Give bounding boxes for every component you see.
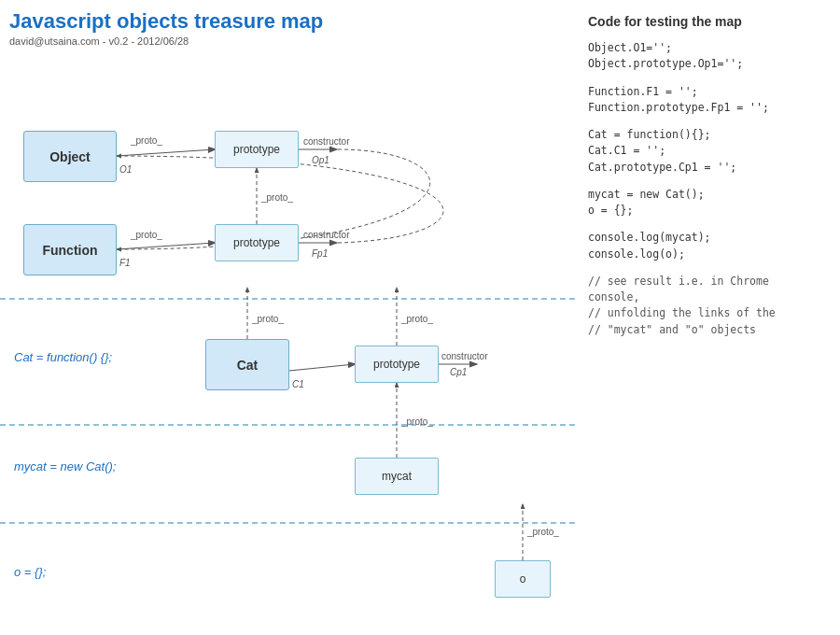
- code-title: Code for testing the map: [588, 14, 826, 29]
- object-box: Object: [23, 131, 117, 182]
- o-section-label: o = {};: [14, 565, 46, 579]
- svg-text:_proto_: _proto_: [130, 135, 162, 146]
- cat-prototype-box: prototype: [355, 346, 439, 383]
- svg-text:O1: O1: [119, 164, 132, 175]
- svg-text:Cp1: Cp1: [450, 367, 467, 377]
- svg-text:_proto_: _proto_: [260, 192, 293, 203]
- code-line: Object.O1='';: [588, 40, 826, 56]
- svg-line-3: [117, 149, 215, 156]
- function-box: Function: [23, 224, 117, 275]
- code-line: o = {};: [588, 203, 826, 219]
- mycat-section-label: mycat = new Cat();: [14, 459, 116, 473]
- svg-text:_proto_: _proto_: [526, 527, 559, 537]
- diagram-area: Javascript objects treasure map david@ut…: [0, 0, 579, 635]
- svg-text:Op1: Op1: [312, 155, 329, 165]
- code-group-5: console.log(mycat); console.log(o);: [588, 230, 826, 262]
- code-area: Code for testing the map Object.O1=''; O…: [579, 0, 840, 635]
- svg-text:_proto_: _proto_: [400, 416, 433, 427]
- code-line: Function.F1 = '';: [588, 84, 826, 100]
- object-prototype-box: prototype: [215, 131, 299, 168]
- main-container: Javascript objects treasure map david@ut…: [0, 0, 840, 635]
- code-line: mycat = new Cat();: [588, 187, 826, 203]
- function-prototype-box: prototype: [215, 224, 299, 261]
- code-group-2: Function.F1 = ''; Function.prototype.Fp1…: [588, 84, 826, 117]
- code-line: Object.prototype.Op1='';: [588, 56, 826, 72]
- code-line: Cat.C1 = '';: [588, 143, 826, 159]
- code-group-6: // see result i.e. in Chrome console, //…: [588, 274, 826, 338]
- svg-text:Fp1: Fp1: [312, 248, 328, 259]
- code-line: Cat = function(){};: [588, 127, 826, 143]
- o-box: o: [495, 560, 551, 598]
- code-comment: // "mycat" and "o" objects: [588, 322, 826, 338]
- svg-line-19: [289, 364, 355, 371]
- svg-text:C1: C1: [292, 379, 304, 389]
- svg-text:constructor: constructor: [303, 136, 350, 147]
- code-block: Object.O1=''; Object.prototype.Op1=''; F…: [588, 40, 826, 338]
- code-group-3: Cat = function(){}; Cat.C1 = ''; Cat.pro…: [588, 127, 826, 176]
- svg-text:_proto_: _proto_: [130, 230, 162, 240]
- svg-text:constructor: constructor: [441, 351, 488, 361]
- svg-text:_proto_: _proto_: [400, 314, 433, 324]
- mycat-box: mycat: [355, 458, 439, 495]
- code-line: console.log(mycat);: [588, 230, 826, 246]
- code-comment: // unfolding the links of the: [588, 305, 826, 321]
- svg-text:F1: F1: [119, 258, 131, 268]
- code-comment: // see result i.e. in Chrome console,: [588, 274, 826, 306]
- cat-section-label: Cat = function() {};: [14, 350, 112, 364]
- code-line: console.log(o);: [588, 247, 826, 262]
- svg-text:constructor: constructor: [303, 230, 350, 240]
- code-group-1: Object.O1=''; Object.prototype.Op1='';: [588, 40, 826, 73]
- code-line: Cat.prototype.Cp1 = '';: [588, 160, 826, 176]
- cat-box: Cat: [205, 339, 289, 390]
- svg-text:_proto_: _proto_: [251, 314, 284, 324]
- code-line: Function.prototype.Fp1 = '';: [588, 100, 826, 116]
- code-group-4: mycat = new Cat(); o = {};: [588, 187, 826, 219]
- diagram-svg: _proto_ O1 constructor Op1 _proto_ F1 co…: [0, 0, 579, 635]
